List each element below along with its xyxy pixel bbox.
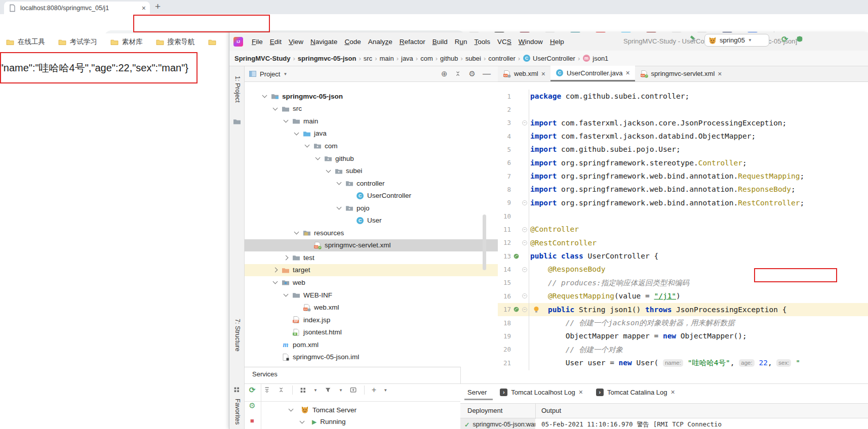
menu-build[interactable]: Build xyxy=(429,36,451,47)
stripe-structure-button[interactable]: 7: Structure xyxy=(234,319,241,352)
editor-tab-web.xml[interactable]: <>web.xml× xyxy=(498,66,550,81)
tree-item-springmvc-servlet.xml[interactable]: <>springmvc-servlet.xml xyxy=(245,239,498,252)
gear-icon[interactable]: ⚙ xyxy=(469,69,476,78)
tree-item-java[interactable]: java xyxy=(245,127,498,140)
spring-bean-icon[interactable] xyxy=(511,306,521,313)
tree-item-jsontest.html[interactable]: Hjsontest.html xyxy=(245,326,498,338)
chevron-down-icon[interactable] xyxy=(294,230,299,235)
group-by-icon[interactable] xyxy=(300,387,306,394)
restart-server-icon[interactable]: ⟳ xyxy=(249,385,256,395)
close-icon[interactable]: × xyxy=(670,389,675,396)
chevron-down-icon[interactable] xyxy=(300,418,305,423)
close-icon[interactable]: × xyxy=(625,69,629,76)
rerun-icon[interactable]: ⟳ xyxy=(781,34,788,44)
console-tab-Tomcat Localhost Log[interactable]: ›Tomcat Localhost Log× xyxy=(500,389,583,396)
menu-view[interactable]: View xyxy=(285,36,307,47)
bookmark-folder-5[interactable] xyxy=(208,38,220,46)
bookmark-folder-3[interactable]: 素材库 xyxy=(110,37,143,47)
bookmark-folder-2[interactable]: 考试学习 xyxy=(58,37,97,47)
server-settings-icon[interactable]: ⚙ xyxy=(249,401,255,410)
stop-icon[interactable]: ■ xyxy=(250,417,254,424)
tree-item-User[interactable]: CUser xyxy=(245,214,498,227)
fold-circle-icon[interactable]: − xyxy=(522,200,527,205)
intention-bulb-icon[interactable] xyxy=(532,306,540,314)
tree-item-springmvc-05-json.iml[interactable]: springmvc-05-json.iml xyxy=(245,351,498,363)
fold-icon[interactable]: − xyxy=(521,227,528,232)
chevron-down-icon[interactable] xyxy=(289,407,294,412)
tree-item-src[interactable]: src xyxy=(245,103,498,115)
chevron-down-icon[interactable] xyxy=(337,180,342,185)
tree-item-WEB-INF[interactable]: WEB-INF xyxy=(245,289,498,302)
chevron-down-icon[interactable] xyxy=(337,205,342,210)
tree-scrollbar[interactable] xyxy=(483,214,486,270)
chevron-down-icon[interactable] xyxy=(262,93,267,98)
menu-edit[interactable]: Edit xyxy=(266,36,285,47)
tree-item-web[interactable]: web xyxy=(245,276,498,289)
collapse-all-icon[interactable] xyxy=(278,387,285,394)
menu-vcs[interactable]: VCS xyxy=(494,36,515,47)
chevron-down-icon[interactable] xyxy=(284,292,289,297)
running-node[interactable]: ▶ Running xyxy=(300,418,346,425)
chevron-down-icon[interactable] xyxy=(273,105,278,110)
fold-circle-icon[interactable]: − xyxy=(522,293,527,298)
fold-circle-icon[interactable]: − xyxy=(522,227,527,232)
breadcrumb-item-com[interactable]: com xyxy=(420,55,433,62)
menu-help[interactable]: Help xyxy=(546,36,568,47)
chevron-down-icon[interactable] xyxy=(315,155,321,160)
breadcrumb-item-java[interactable]: java xyxy=(401,55,413,62)
menu-navigate[interactable]: Navigate xyxy=(307,36,341,47)
fold-icon[interactable]: − xyxy=(521,293,528,298)
add-service-frame-icon[interactable] xyxy=(350,387,357,394)
menu-code[interactable]: Code xyxy=(341,36,364,47)
chevron-down-icon[interactable] xyxy=(273,279,278,284)
bookmark-folder-1[interactable]: 在线工具 xyxy=(6,37,45,47)
breadcrumb-item-github[interactable]: github xyxy=(440,55,458,62)
fold-icon[interactable]: − xyxy=(521,307,528,312)
breadcrumb-item-src[interactable]: src xyxy=(364,55,372,62)
chevron-right-icon[interactable] xyxy=(284,255,289,260)
stripe-project-button[interactable]: 1: Project xyxy=(234,76,241,103)
tree-item-github[interactable]: github xyxy=(245,152,498,165)
chevron-down-icon[interactable] xyxy=(294,130,299,135)
bookmark-folder-4[interactable]: 搜索导航 xyxy=(156,37,195,47)
editor-tab-springmvc-servlet.xml[interactable]: <>springmvc-servlet.xml× xyxy=(635,66,727,81)
tab-close-icon[interactable]: × xyxy=(142,5,146,12)
chevron-down-icon[interactable] xyxy=(326,167,331,173)
tomcat-server-node[interactable]: Tomcat Server xyxy=(289,406,357,414)
breadcrumb-item-json1[interactable]: mjson1 xyxy=(582,54,608,62)
close-icon[interactable]: × xyxy=(579,389,583,396)
add-icon[interactable]: + xyxy=(372,385,376,395)
fold-icon[interactable]: − xyxy=(521,120,528,125)
tree-item-pojo[interactable]: pojo xyxy=(245,202,498,214)
debug-icon[interactable] xyxy=(796,35,804,43)
chevron-down-icon[interactable]: ▼ xyxy=(283,72,287,76)
tree-item-main[interactable]: main xyxy=(245,115,498,127)
close-icon[interactable]: × xyxy=(541,70,545,77)
breadcrumb-item-SpringMVC-Study[interactable]: SpringMVC-Study xyxy=(234,55,291,62)
tree-item-resources[interactable]: resources xyxy=(245,227,498,239)
browser-tab[interactable]: localhost:8080/springmvc_05/j1 × xyxy=(4,2,150,14)
tree-item-pom.xml[interactable]: mpom.xml xyxy=(245,338,498,351)
new-tab-button[interactable]: + xyxy=(155,1,161,12)
code-editor[interactable]: package com.github.subei.controller;impo… xyxy=(530,90,868,370)
fold-circle-icon[interactable]: − xyxy=(522,120,527,125)
spring-bean-icon[interactable] xyxy=(511,253,521,260)
tree-item-controller[interactable]: controller xyxy=(245,177,498,190)
tree-item-index.jsp[interactable]: JSPindex.jsp xyxy=(245,314,498,326)
hide-panel-icon[interactable]: — xyxy=(483,69,491,78)
fold-circle-icon[interactable]: − xyxy=(522,267,527,272)
close-icon[interactable]: × xyxy=(718,70,722,77)
menu-analyze[interactable]: Analyze xyxy=(365,36,396,47)
breadcrumb-item-UserController[interactable]: CUserController xyxy=(523,54,575,62)
tree-item-web.xml[interactable]: <>web.xml xyxy=(245,301,498,314)
menu-refactor[interactable]: Refactor xyxy=(396,36,429,47)
collapse-all-icon[interactable] xyxy=(455,70,462,77)
chevron-right-icon[interactable] xyxy=(273,268,278,273)
fold-circle-icon[interactable]: − xyxy=(522,240,527,245)
breadcrumb-item-subei[interactable]: subei xyxy=(465,55,481,62)
breadcrumb-item-main[interactable]: main xyxy=(379,55,393,62)
menu-window[interactable]: Window xyxy=(515,36,546,47)
breadcrumb-item-controller[interactable]: controller xyxy=(488,55,515,62)
breadcrumb-item-springmvc-05-json[interactable]: springmvc-05-json xyxy=(298,55,357,62)
locate-file-icon[interactable]: ⊕ xyxy=(441,69,448,78)
